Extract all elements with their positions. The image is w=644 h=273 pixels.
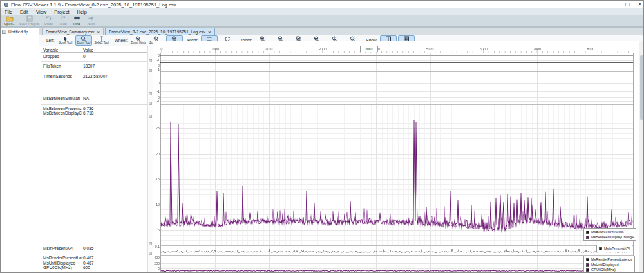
table-separator <box>41 95 147 95</box>
row-resize-handle[interactable] <box>149 252 152 255</box>
find-icon <box>73 15 80 21</box>
select-tool-icon <box>99 36 105 41</box>
y-axis-label: 0 <box>158 81 160 85</box>
sidebar-item-untitled-flp[interactable]: Untitled.flp <box>1 28 39 36</box>
menu-item-edit[interactable]: Edit <box>16 9 32 15</box>
legend-bottom: MsRenderPresentLatencyMsUntilDisplayedGP… <box>583 256 635 273</box>
zoom-horiz-button[interactable]: Zoom Horiz <box>130 35 147 46</box>
variable-value: NA <box>83 96 89 100</box>
table-header-value: Value <box>83 48 93 52</box>
save-project-button: Save Project <box>17 15 41 26</box>
close-button[interactable]: ✕ <box>638 1 642 8</box>
undo-button: Undo <box>41 15 55 26</box>
redo-button: Redo <box>55 15 70 26</box>
ribbon-group-left: Left:Scroll ToolZoom ToolSelect Tool <box>43 35 111 46</box>
ruler-tick-label: 3000 <box>319 47 327 51</box>
variables-table: VariableValueDropped0FlipToken18307TimeI… <box>39 46 153 273</box>
table-separator <box>41 254 147 254</box>
chart-canvas[interactable] <box>153 41 640 273</box>
scroll-tool-button[interactable]: Scroll Tool <box>57 35 74 46</box>
variable-value: 0.467 <box>83 256 93 260</box>
y-axis-label: 20 <box>156 152 160 156</box>
row-resize-handle[interactable] <box>149 242 152 245</box>
y-axis-label: 10 <box>156 203 160 207</box>
y-axis-label: -1 <box>156 68 160 71</box>
menu-item-file[interactable]: File <box>1 9 16 15</box>
variable-name: Dropped <box>43 54 59 59</box>
variable-name: MsBetweenSimulati <box>43 96 80 100</box>
legend-swatch <box>599 247 602 250</box>
tab-frameview-summary[interactable]: FrameView_Summary.csv✕ <box>42 28 104 35</box>
variable-value: 0 <box>83 54 86 59</box>
variable-value: 6.718 <box>83 111 93 115</box>
row-resize-handle[interactable] <box>149 115 152 118</box>
legend-label: MsBetweenDisplayChange <box>591 235 634 239</box>
ribbon-button-label: Zoom Tool <box>77 41 90 44</box>
variable-name: MsBetweenPresents <box>43 106 82 111</box>
legend-entry: GPU0Clk(MHz) <box>586 268 632 272</box>
variable-value: 0.035 <box>83 246 93 250</box>
tab-frameview-log[interactable]: FrameView_8-2.exe_2025_10_19T195251_Log.… <box>105 28 215 35</box>
legend-swatch <box>586 231 589 234</box>
variable-name: TimeInSeconds <box>43 74 72 79</box>
row-resize-handle[interactable] <box>149 69 152 72</box>
y-axis-label: 5 <box>158 228 160 232</box>
select-tool-button[interactable]: Select Tool <box>93 35 110 46</box>
ribbon-button-label: Scroll Tool <box>59 41 72 44</box>
zoom-tool-button[interactable]: Zoom Tool <box>75 35 92 46</box>
vertical-scrollbar[interactable] <box>639 41 643 273</box>
y-axis-label: 400 <box>154 256 160 259</box>
ribbon-button-label: Zoom Horiz <box>131 41 146 44</box>
menu-item-help[interactable]: Help <box>73 9 91 15</box>
project-sidebar: Untitled.flp <box>1 27 39 273</box>
maximize-button[interactable]: ▢ <box>625 1 630 8</box>
y-axis-label: 0 <box>158 53 160 57</box>
legend-swatch <box>586 268 589 272</box>
table-separator <box>41 71 147 71</box>
y-axis-label: 0 <box>158 267 160 270</box>
undo-icon <box>45 15 52 21</box>
legend-swatch <box>586 258 589 261</box>
row-resize-handle[interactable] <box>149 102 152 105</box>
app-window: Flow CSV Viewer 1.1.9 - FrameView_8-2.ex… <box>0 0 644 273</box>
svg-text:1:1: 1:1 <box>351 37 355 40</box>
legend-msinpresentapi: MsInPresentAPI <box>596 245 632 252</box>
ruler-tick-label: 6000 <box>480 47 488 51</box>
variable-value: 2123.587007 <box>83 74 108 79</box>
y-axis-label: -1 <box>156 89 160 93</box>
table-separator <box>41 104 147 105</box>
row-resize-handle[interactable] <box>149 59 152 62</box>
toolbar-button-label: Next <box>88 22 95 26</box>
legend-label: MsUntilDisplayed <box>591 263 619 267</box>
legend-swatch <box>586 236 589 239</box>
row-resize-handle[interactable] <box>149 92 152 95</box>
redo-icon <box>59 15 66 21</box>
open--button[interactable]: Open... <box>2 15 17 26</box>
save-icon <box>26 15 33 21</box>
legend-entry: MsBetweenDisplayChange <box>586 235 634 239</box>
menu-item-project[interactable]: Project <box>50 9 73 15</box>
tab-label: FrameView_Summary.csv <box>46 30 94 34</box>
ruler-cursor-readout: 3860 <box>360 46 378 52</box>
chart-panel[interactable]: 01000200030004000500060007000800038600-1… <box>153 41 640 273</box>
ruler-tick-label: 7000 <box>533 47 541 51</box>
tab-close-icon[interactable]: ✕ <box>208 30 211 34</box>
document-tabs: FrameView_Summary.csv✕FrameView_8-2.exe_… <box>39 27 644 35</box>
toolbar-button-label: Find <box>73 22 80 26</box>
next-button: Next <box>84 15 98 26</box>
y-axis-label: 0.1 <box>155 245 160 249</box>
tab-close-icon[interactable]: ✕ <box>97 30 100 34</box>
ruler-tick-label: 5000 <box>426 47 434 51</box>
scroll-tool-icon <box>62 36 69 41</box>
toolbar-button-label: Save Project <box>19 22 39 26</box>
legend-label: GPU0Clk(MHz) <box>591 268 616 272</box>
menu-item-view[interactable]: View <box>32 9 50 15</box>
next-icon <box>88 15 94 21</box>
minimize-button[interactable]: – <box>614 1 617 8</box>
scrollbar-thumb[interactable] <box>640 55 643 120</box>
title-bar: Flow CSV Viewer 1.1.9 - FrameView_8-2.ex… <box>1 1 644 8</box>
table-header-variable: Variable <box>43 48 58 52</box>
variable-value: 6.736 <box>83 106 93 111</box>
zoom-horiz-icon <box>135 36 142 41</box>
find-button[interactable]: Find <box>70 15 84 26</box>
